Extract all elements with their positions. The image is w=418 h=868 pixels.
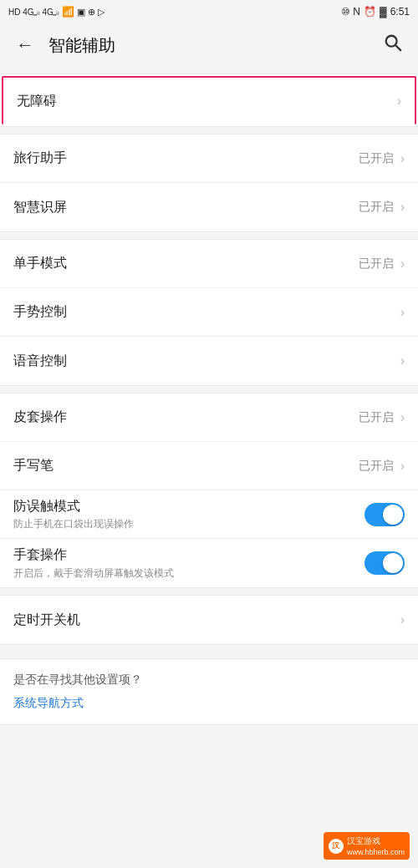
list-item-content-item-wuzhangai: 无障碍 bbox=[17, 92, 394, 110]
list-item-content-item-gesture: 手势控制 bbox=[13, 302, 397, 321]
list-item-content-item-single-hand: 单手模式 bbox=[13, 254, 359, 272]
list-item-right-item-wuzhangai: › bbox=[394, 94, 401, 109]
list-item-subtitle-item-anti-touch: 防止手机在口袋出现误操作 bbox=[13, 517, 364, 531]
section-section2: 旅行助手已开启›智慧识屏已开启› bbox=[0, 134, 418, 232]
list-item-content-item-voice: 语音控制 bbox=[13, 352, 397, 370]
list-item-status-item-travel: 已开启 bbox=[359, 151, 394, 166]
bottom-card-question: 是否在寻找其他设置项？ bbox=[13, 673, 405, 688]
list-item-status-item-single-hand: 已开启 bbox=[359, 256, 394, 272]
status-left: HD 4G ᪵ᵢₗ 4G ᪵ᵢₗ 📶 ▣ ⊕ ▷ bbox=[8, 6, 104, 18]
section-section1: 无障碍› bbox=[0, 74, 418, 127]
watermark-badge: 汉 汉宝游戏www.hbherb.com bbox=[324, 832, 410, 860]
section-section3: 单手模式已开启›手势控制›语音控制› bbox=[0, 239, 418, 386]
status-signal2: 4G bbox=[43, 8, 54, 17]
list-item-title-item-travel: 旅行助手 bbox=[13, 150, 67, 165]
list-item-content-item-anti-touch: 防误触模式防止手机在口袋出现误操作 bbox=[13, 497, 364, 531]
status-signal1: ᪵ᵢₗ bbox=[37, 8, 40, 17]
list-item-right-item-smart-screen: 已开启› bbox=[359, 200, 405, 215]
list-item-content-item-case: 皮套操作 bbox=[13, 408, 359, 426]
list-item-content-item-smart-screen: 智慧识屏 bbox=[13, 198, 359, 216]
list-item-item-anti-touch[interactable]: 防误触模式防止手机在口袋出现误操作 bbox=[0, 490, 418, 539]
list-item-content-item-timer: 定时开关机 bbox=[13, 611, 397, 629]
toggle-item-glove[interactable] bbox=[364, 551, 405, 575]
list-item-right-item-travel: 已开启› bbox=[359, 151, 405, 166]
chevron-icon-item-single-hand: › bbox=[400, 256, 405, 272]
chevron-icon-item-voice: › bbox=[400, 353, 405, 368]
list-item-content-item-stylus: 手写笔 bbox=[13, 456, 359, 475]
nav-mode-link[interactable]: 系统导航方式 bbox=[13, 696, 405, 711]
list-item-item-wuzhangai[interactable]: 无障碍› bbox=[2, 76, 416, 124]
list-item-right-item-single-hand: 已开启› bbox=[359, 256, 405, 272]
status-time: 6:51 bbox=[390, 6, 410, 18]
chevron-icon-item-travel: › bbox=[400, 151, 405, 166]
list-item-right-item-gesture: › bbox=[397, 305, 405, 320]
back-button[interactable]: ← bbox=[12, 34, 38, 56]
status-bar: HD 4G ᪵ᵢₗ 4G ᪵ᵢₗ 📶 ▣ ⊕ ▷ ⑩ N ⏰ ▓ 6:51 bbox=[0, 0, 418, 23]
list-item-title-item-single-hand: 单手模式 bbox=[13, 256, 67, 270]
list-item-item-smart-screen[interactable]: 智慧识屏已开启› bbox=[0, 183, 418, 231]
list-item-status-item-case: 已开启 bbox=[359, 410, 394, 425]
list-item-title-item-glove: 手套操作 bbox=[13, 547, 67, 561]
list-item-item-gesture[interactable]: 手势控制› bbox=[0, 288, 418, 337]
list-item-title-item-timer: 定时开关机 bbox=[13, 612, 80, 627]
list-item-item-travel[interactable]: 旅行助手已开启› bbox=[0, 135, 418, 183]
list-item-status-item-smart-screen: 已开启 bbox=[359, 200, 394, 215]
chevron-icon-item-case: › bbox=[400, 410, 405, 425]
bottom-card: 是否在寻找其他设置项？ 系统导航方式 bbox=[0, 658, 418, 725]
status-network: HD 4G bbox=[8, 8, 34, 17]
status-right: ⑩ N ⏰ ▓ 6:51 bbox=[341, 6, 410, 18]
list-item-status-item-stylus: 已开启 bbox=[359, 459, 394, 474]
list-item-content-item-glove: 手套操作开启后，戴手套滑动屏幕触发该模式 bbox=[13, 546, 364, 580]
page-title: 智能辅助 bbox=[48, 34, 380, 57]
chevron-icon-item-wuzhangai: › bbox=[397, 94, 401, 109]
list-item-right-item-timer: › bbox=[397, 612, 405, 627]
list-item-right-item-glove bbox=[364, 551, 405, 575]
list-item-item-glove[interactable]: 手套操作开启后，戴手套滑动屏幕触发该模式 bbox=[0, 539, 418, 587]
chevron-icon-item-gesture: › bbox=[400, 305, 405, 320]
chevron-icon-item-smart-screen: › bbox=[400, 200, 405, 215]
svg-line-1 bbox=[395, 45, 400, 50]
watermark-text: 汉宝游戏www.hbherb.com bbox=[347, 835, 405, 856]
chevron-icon-item-timer: › bbox=[400, 612, 405, 627]
toggle-item-anti-touch[interactable] bbox=[364, 503, 405, 526]
list-item-item-case[interactable]: 皮套操作已开启› bbox=[0, 393, 418, 442]
status-clock-icon: ⏰ bbox=[364, 6, 376, 18]
status-extra: ▣ ⊕ ▷ bbox=[77, 7, 104, 18]
list-item-right-item-stylus: 已开启› bbox=[359, 459, 405, 474]
status-wifi: 📶 bbox=[62, 6, 74, 18]
list-item-right-item-voice: › bbox=[397, 353, 405, 368]
list-item-title-item-wuzhangai: 无障碍 bbox=[17, 94, 57, 108]
list-item-content-item-travel: 旅行助手 bbox=[13, 149, 359, 167]
list-item-title-item-smart-screen: 智慧识屏 bbox=[13, 200, 67, 214]
list-item-item-voice[interactable]: 语音控制› bbox=[0, 337, 418, 385]
search-button[interactable] bbox=[380, 33, 406, 57]
list-item-item-stylus[interactable]: 手写笔已开启› bbox=[0, 442, 418, 490]
list-item-title-item-anti-touch: 防误触模式 bbox=[13, 499, 80, 513]
chevron-icon-item-stylus: › bbox=[400, 459, 405, 474]
section-section5: 定时开关机› bbox=[0, 595, 418, 645]
status-battery: ▓ bbox=[380, 6, 387, 18]
watermark-logo: 汉 bbox=[329, 839, 344, 854]
list-item-item-single-hand[interactable]: 单手模式已开启› bbox=[0, 240, 418, 288]
status-icons: ⑩ N bbox=[341, 6, 360, 18]
list-item-subtitle-item-glove: 开启后，戴手套滑动屏幕触发该模式 bbox=[13, 566, 364, 581]
list-item-title-item-stylus: 手写笔 bbox=[13, 458, 54, 472]
header: ← 智能辅助 bbox=[0, 23, 418, 67]
list-item-item-timer[interactable]: 定时开关机› bbox=[0, 596, 418, 644]
list-item-title-item-case: 皮套操作 bbox=[13, 409, 67, 424]
status-signal3: ᪵ᵢₗ bbox=[56, 8, 59, 17]
section-section4: 皮套操作已开启›手写笔已开启›防误触模式防止手机在口袋出现误操作手套操作开启后，… bbox=[0, 393, 418, 588]
list-item-title-item-voice: 语音控制 bbox=[13, 353, 67, 368]
list-item-title-item-gesture: 手势控制 bbox=[13, 304, 67, 318]
list-item-right-item-case: 已开启› bbox=[359, 410, 405, 425]
list-item-right-item-anti-touch bbox=[364, 503, 405, 526]
